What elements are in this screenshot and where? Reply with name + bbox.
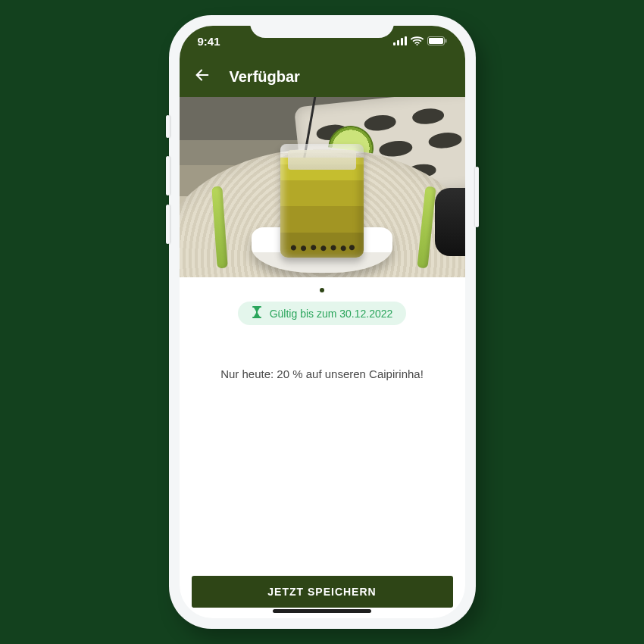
svg-rect-2 — [401, 38, 403, 45]
svg-rect-7 — [445, 39, 446, 43]
hourglass-icon — [252, 306, 262, 320]
screen: 9:41 — [180, 26, 465, 618]
cellular-icon — [393, 36, 407, 45]
svg-rect-3 — [405, 36, 407, 45]
svg-rect-9 — [252, 306, 261, 308]
status-time: 9:41 — [198, 35, 220, 48]
phone-volume-down — [166, 205, 170, 244]
arrow-left-icon — [194, 67, 211, 86]
home-indicator[interactable] — [273, 609, 371, 613]
validity-badge: Gültig bis zum 30.12.2022 — [238, 302, 407, 325]
phone-volume-up — [166, 156, 170, 195]
carousel-indicator[interactable] — [320, 288, 324, 292]
phone-notch — [250, 15, 394, 38]
phone-frame: 9:41 — [169, 15, 476, 629]
content-area: Gültig bis zum 30.12.2022 Nur heute: 20 … — [180, 277, 465, 618]
wifi-icon — [411, 36, 424, 45]
status-indicators — [393, 36, 447, 45]
hero-image[interactable] — [180, 97, 465, 277]
hero-illustration — [180, 97, 465, 277]
battery-icon — [427, 36, 447, 45]
offer-description: Nur heute: 20 % auf unseren Caipirinha! — [220, 367, 424, 380]
svg-rect-0 — [393, 42, 395, 45]
phone-power-button — [475, 167, 479, 227]
hero-dark-object — [435, 188, 465, 256]
phone-mute-switch — [166, 115, 170, 138]
svg-point-4 — [416, 44, 417, 45]
app-header: Verfügbar — [180, 56, 465, 97]
svg-rect-10 — [252, 317, 261, 318]
save-button-label: JETZT SPEICHERN — [267, 586, 376, 598]
hero-glass — [280, 144, 364, 258]
svg-rect-6 — [429, 38, 443, 44]
save-button[interactable]: JETZT SPEICHERN — [192, 576, 453, 608]
svg-rect-1 — [397, 40, 399, 45]
back-button[interactable] — [192, 66, 213, 87]
validity-text: Gültig bis zum 30.12.2022 — [270, 308, 393, 320]
page-title: Verfügbar — [230, 68, 300, 86]
